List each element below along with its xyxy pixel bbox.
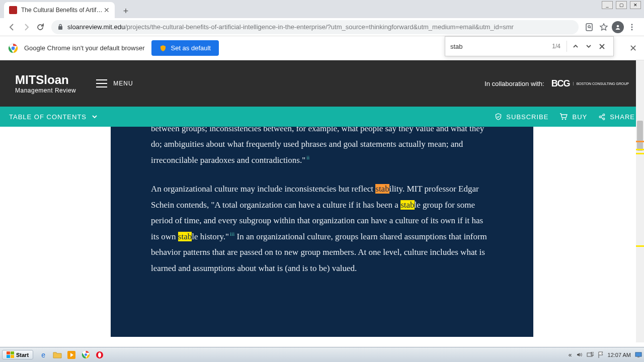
tab-close-button[interactable]: ✕ — [104, 6, 110, 14]
svg-point-5 — [631, 24, 633, 25]
taskbar-chrome-icon[interactable] — [80, 350, 91, 360]
collab-block: In collaboration with: BCG BOSTON CONSUL… — [485, 78, 629, 89]
svg-rect-25 — [635, 352, 641, 356]
window-maximize-button[interactable]: ▢ — [616, 1, 627, 9]
tray-flag-icon[interactable] — [598, 351, 604, 358]
svg-point-11 — [562, 118, 564, 120]
shield-check-icon — [495, 113, 502, 121]
cart-icon — [559, 113, 568, 121]
browser-tab[interactable]: The Cultural Benefits of Artificial Int … — [4, 2, 115, 18]
find-marker — [636, 153, 644, 154]
svg-point-6 — [631, 26, 633, 28]
hamburger-icon — [96, 79, 107, 87]
subscribe-link[interactable]: SUBSCRIBE — [495, 113, 548, 121]
find-next-button[interactable] — [582, 40, 595, 53]
start-button[interactable]: Start — [2, 350, 33, 359]
taskbar-explorer-icon[interactable] — [52, 350, 62, 360]
chrome-icon — [8, 43, 18, 53]
find-marker — [636, 141, 644, 142]
bcg-logo[interactable]: BCG BOSTON CONSULTING GROUP — [551, 78, 629, 89]
find-prev-button[interactable] — [569, 40, 582, 53]
share-link[interactable]: SHARE — [598, 113, 635, 121]
reload-button[interactable] — [33, 20, 47, 34]
find-count: 1/4 — [552, 43, 560, 50]
paragraph: between groups; inconsistencies between,… — [151, 127, 493, 168]
lock-icon — [57, 24, 63, 30]
kebab-menu-icon[interactable] — [625, 20, 639, 34]
tray-network-icon[interactable] — [587, 352, 594, 358]
logo-bottom: Management Review — [15, 87, 76, 94]
bookmark-star-icon[interactable] — [597, 20, 611, 34]
tray-volume-icon[interactable] — [576, 351, 583, 358]
set-default-label: Set as default — [171, 44, 211, 52]
svg-point-10 — [11, 46, 15, 50]
svg-line-16 — [601, 115, 603, 116]
footnote-ref[interactable]: ii — [306, 154, 309, 160]
shield-icon — [159, 45, 167, 52]
tray-desktop-icon[interactable] — [635, 352, 642, 358]
menu-label: MENU — [113, 80, 133, 87]
paragraph: An organizational culture may include in… — [151, 181, 493, 276]
start-label: Start — [16, 352, 29, 358]
set-default-button[interactable]: Set as default — [151, 40, 219, 56]
address-bar[interactable]: sloanreview.mit.edu/projects/the-cultura… — [51, 20, 579, 34]
tray-expand-icon[interactable]: « — [569, 351, 572, 358]
svg-point-22 — [98, 352, 101, 357]
window-minimize-button[interactable]: _ — [602, 1, 613, 9]
window-close-button[interactable]: ✕ — [630, 1, 641, 9]
divider — [567, 41, 567, 52]
taskbar-ie-icon[interactable]: e — [38, 350, 48, 360]
favicon-icon — [9, 6, 17, 14]
collab-label: In collaboration with: — [485, 80, 544, 87]
find-input[interactable] — [450, 43, 548, 50]
chevron-down-icon — [92, 114, 98, 120]
svg-point-7 — [631, 29, 633, 30]
taskbar-opera-icon[interactable] — [95, 350, 105, 360]
new-tab-button[interactable]: + — [119, 4, 133, 18]
taskbar-clock[interactable]: 12:07 AM — [608, 352, 631, 358]
toc-label: TABLE OF CONTENTS — [9, 113, 87, 121]
find-close-button[interactable] — [595, 40, 608, 53]
logo-top: MITSloan — [15, 73, 76, 87]
buy-link[interactable]: BUY — [559, 113, 587, 121]
search-highlight: stab — [178, 232, 192, 241]
svg-line-17 — [601, 117, 603, 118]
svg-rect-0 — [58, 26, 62, 30]
subscribe-label: SUBSCRIBE — [506, 113, 548, 121]
bcg-sub: BOSTON CONSULTING GROUP — [573, 82, 629, 85]
profile-avatar[interactable] — [611, 20, 625, 34]
find-in-page-bar: 1/4 — [445, 36, 614, 56]
site-header: MITSloan Management Review MENU In colla… — [0, 60, 644, 107]
footnote-ref[interactable]: iii — [230, 231, 234, 237]
url-path: /projects/the-cultural-benefits-of-artif… — [125, 23, 514, 31]
menu-button[interactable]: MENU — [96, 79, 133, 87]
article-body: between groups; inconsistencies between,… — [111, 127, 533, 337]
back-button[interactable] — [5, 20, 19, 34]
tab-title: The Cultural Benefits of Artificial Int — [21, 7, 104, 14]
svg-line-3 — [590, 27, 591, 28]
svg-rect-26 — [637, 356, 639, 357]
share-label: SHARE — [610, 113, 635, 121]
taskbar-media-icon[interactable] — [66, 350, 76, 360]
infobar-close-button[interactable]: ✕ — [629, 43, 637, 54]
windows-icon — [7, 351, 14, 358]
find-indicator-icon[interactable] — [583, 20, 597, 34]
find-marker — [636, 149, 644, 150]
system-tray: « 12:07 AM — [569, 351, 642, 358]
buy-label: BUY — [572, 113, 587, 121]
svg-point-12 — [565, 118, 567, 120]
forward-button[interactable] — [19, 20, 33, 34]
article-viewport: between groups; inconsistencies between,… — [0, 127, 644, 343]
bcg-mark: BCG — [551, 78, 570, 89]
toolbar: sloanreview.mit.edu/projects/the-cultura… — [0, 18, 644, 36]
share-icon — [598, 113, 606, 121]
svg-point-4 — [617, 25, 619, 27]
search-highlight-current: stab — [375, 184, 389, 194]
infobar-message: Google Chrome isn't your default browser — [24, 44, 144, 52]
scrollbar-thumb[interactable] — [637, 121, 643, 151]
vertical-scrollbar[interactable] — [636, 60, 644, 342]
site-logo[interactable]: MITSloan Management Review — [15, 73, 76, 94]
find-marker — [636, 245, 644, 247]
subnav-bar: TABLE OF CONTENTS SUBSCRIBE BUY SHARE — [0, 107, 644, 127]
toc-button[interactable]: TABLE OF CONTENTS — [9, 113, 98, 121]
